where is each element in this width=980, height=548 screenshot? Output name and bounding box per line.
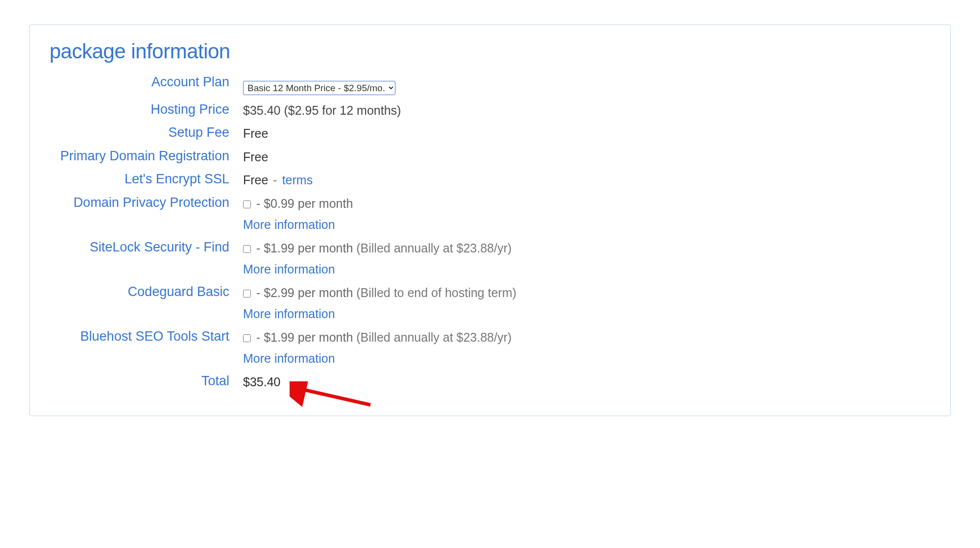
- seo-price: - $1.99 per month: [253, 330, 356, 344]
- label-sitelock: SiteLock Security - Find: [49, 238, 243, 257]
- seo-checkbox[interactable]: [243, 334, 251, 342]
- domain-privacy-checkbox[interactable]: [243, 200, 251, 208]
- value-ssl: Free - terms: [243, 170, 931, 190]
- value-setup-fee: Free: [243, 124, 931, 143]
- row-setup-fee: Setup Fee Free: [49, 124, 931, 143]
- label-domain-privacy: Domain Privacy Protection: [49, 194, 243, 212]
- ssl-terms-link[interactable]: terms: [282, 173, 313, 187]
- sitelock-billed: (Billed annually at $23.88/yr): [356, 241, 512, 255]
- row-domain-privacy-more: . More information: [49, 215, 931, 234]
- row-seo: Bluehost SEO Tools Start - $1.99 per mon…: [49, 327, 931, 347]
- seo-more-info-link[interactable]: More information: [243, 349, 335, 368]
- value-total: $35.40: [243, 372, 931, 392]
- codeguard-price: - $2.99 per month: [253, 286, 356, 299]
- label-total: Total: [49, 372, 243, 391]
- row-codeguard-more: . More information: [49, 304, 931, 324]
- row-codeguard: Codeguard Basic - $2.99 per month (Bille…: [49, 283, 931, 302]
- value-domain-privacy: - $0.99 per month: [243, 194, 931, 213]
- domain-privacy-more-info-link[interactable]: More information: [243, 216, 335, 234]
- sitelock-price: - $1.99 per month: [253, 241, 356, 255]
- domain-privacy-price: - $0.99 per month: [253, 197, 353, 210]
- label-hosting-price: Hosting Price: [49, 100, 243, 119]
- row-ssl: Let's Encrypt SSL Free - terms: [49, 170, 931, 190]
- value-seo: - $1.99 per month (Billed annually at $2…: [243, 327, 931, 347]
- codeguard-checkbox[interactable]: [243, 290, 251, 298]
- row-sitelock-more: . More information: [49, 259, 931, 279]
- value-primary-domain: Free: [243, 147, 931, 167]
- ssl-dash: -: [270, 173, 280, 187]
- package-info-panel: package information Account Plan Basic 1…: [29, 25, 951, 416]
- panel-title: package information: [49, 40, 931, 63]
- label-primary-domain: Primary Domain Registration: [49, 147, 243, 166]
- row-account-plan: Account Plan Basic 12 Month Price - $2.9…: [49, 73, 931, 97]
- value-codeguard: - $2.99 per month (Billed to end of host…: [243, 283, 931, 302]
- value-sitelock: - $1.99 per month (Billed annually at $2…: [243, 238, 931, 258]
- value-account-plan: Basic 12 Month Price - $2.95/mo.: [243, 73, 931, 97]
- ssl-free-text: Free: [243, 173, 268, 187]
- codeguard-billed: (Billed to end of hosting term): [356, 286, 516, 299]
- row-sitelock: SiteLock Security - Find - $1.99 per mon…: [49, 238, 931, 258]
- label-setup-fee: Setup Fee: [49, 124, 243, 142]
- sitelock-more-info-link[interactable]: More information: [243, 260, 335, 279]
- row-total: Total $35.40: [49, 372, 931, 392]
- row-hosting-price: Hosting Price $35.40 ($2.95 for 12 month…: [49, 100, 931, 120]
- account-plan-select[interactable]: Basic 12 Month Price - $2.95/mo.: [243, 81, 395, 95]
- row-domain-privacy: Domain Privacy Protection - $0.99 per mo…: [49, 194, 931, 213]
- value-hosting-price: $35.40 ($2.95 for 12 months): [243, 100, 931, 120]
- row-seo-more: . More information: [49, 349, 931, 368]
- seo-billed: (Billed annually at $23.88/yr): [356, 330, 512, 344]
- label-seo: Bluehost SEO Tools Start: [49, 327, 243, 346]
- sitelock-checkbox[interactable]: [243, 245, 251, 253]
- label-codeguard: Codeguard Basic: [49, 283, 243, 301]
- label-ssl: Let's Encrypt SSL: [49, 170, 243, 189]
- codeguard-more-info-link[interactable]: More information: [243, 305, 335, 324]
- row-primary-domain: Primary Domain Registration Free: [49, 147, 931, 167]
- label-account-plan: Account Plan: [49, 73, 243, 92]
